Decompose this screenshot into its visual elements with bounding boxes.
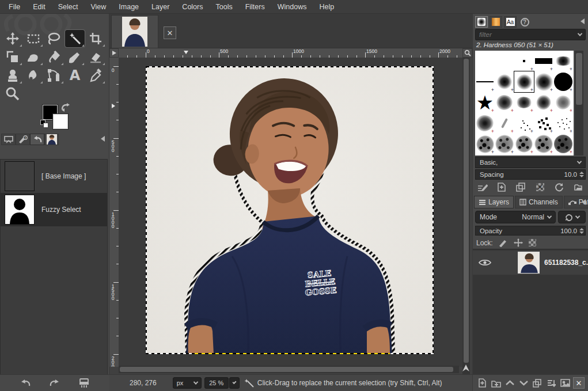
image-tab-close-button[interactable]: ✕	[164, 26, 176, 39]
tab-layers[interactable]: Layers	[474, 196, 514, 208]
brush-thumb[interactable]: +	[514, 134, 534, 154]
menu-file[interactable]: File	[2, 0, 26, 14]
tab-fonts[interactable]: Aa	[504, 16, 517, 28]
tab-tool-options[interactable]	[1, 134, 16, 145]
tool-clone[interactable]	[3, 67, 22, 84]
brush-thumb[interactable]: +	[553, 134, 573, 154]
new-brush-button[interactable]	[494, 182, 509, 192]
lower-layer-button[interactable]	[518, 377, 529, 389]
opacity-spinner[interactable]	[579, 228, 584, 234]
tool-paths[interactable]	[44, 67, 64, 84]
spacing-spinner[interactable]	[579, 172, 584, 177]
menu-edit[interactable]: Edit	[26, 0, 52, 14]
brush-thumb[interactable]: ★+	[475, 92, 495, 113]
brush-thumb[interactable]: +	[495, 92, 514, 113]
brush-thumb[interactable]: +	[495, 134, 514, 154]
navigation-preview-button[interactable]	[459, 363, 472, 374]
canvas-viewport[interactable]: SALE BELLE GOSSE	[119, 58, 462, 367]
brush-thumb[interactable]: +	[534, 71, 553, 92]
tool-crop[interactable]	[86, 30, 105, 47]
brush-thumb[interactable]: +	[514, 51, 534, 71]
menu-help[interactable]: Help	[313, 0, 340, 14]
zoom-follow-window-button[interactable]	[462, 48, 472, 58]
vertical-ruler[interactable]: 0 500 1000 1500 2000	[109, 58, 119, 367]
unit-select[interactable]: px	[173, 377, 202, 389]
brush-thumb[interactable]: +	[495, 113, 514, 134]
lock-alpha-button[interactable]	[529, 239, 536, 246]
brush-thumb-selected[interactable]: +	[514, 71, 534, 92]
tool-text[interactable]: A	[65, 67, 85, 84]
zoom-value-box[interactable]: 25 %	[204, 377, 229, 389]
zoom-select-button[interactable]	[229, 377, 240, 389]
undo-button[interactable]	[20, 378, 31, 388]
delete-layer-button[interactable]: ✕	[573, 377, 585, 389]
open-brush-as-image-button[interactable]	[571, 182, 586, 192]
brush-thumb[interactable]: +	[534, 51, 553, 71]
brush-filter-field[interactable]	[475, 29, 586, 40]
brush-thumb[interactable]: +	[475, 113, 495, 134]
add-layer-mask-button[interactable]	[559, 377, 571, 389]
opacity-slider[interactable]: Opacity 100.0	[475, 226, 586, 236]
menu-layer[interactable]: Layer	[145, 0, 176, 14]
redo-button[interactable]	[49, 378, 60, 388]
vertical-scrollbar[interactable]	[462, 58, 470, 378]
horizontal-scrollbar[interactable]	[119, 366, 459, 373]
tool-move[interactable]	[3, 30, 22, 47]
brush-thumb[interactable]: +	[534, 134, 553, 154]
tool-fuzzy-select-active[interactable]	[65, 30, 85, 47]
refresh-brushes-button[interactable]	[552, 182, 567, 192]
brush-thumb[interactable]: +	[553, 51, 573, 71]
brush-thumb[interactable]: +	[553, 113, 573, 134]
menu-view[interactable]: View	[84, 0, 112, 14]
menu-select[interactable]: Select	[52, 0, 85, 14]
menu-filters[interactable]: Filters	[239, 0, 271, 14]
tab-channels[interactable]: Channels	[515, 196, 563, 208]
tool-unified-transform[interactable]	[3, 48, 22, 66]
layer-mode-switch-button[interactable]	[558, 211, 586, 223]
brush-thumb[interactable]: +	[514, 92, 534, 113]
tool-warp-transform[interactable]	[24, 48, 43, 66]
menu-colors[interactable]: Colors	[176, 0, 209, 14]
image-canvas[interactable]: SALE BELLE GOSSE	[146, 66, 434, 354]
lock-position-button[interactable]	[514, 238, 523, 247]
duplicate-layer-button[interactable]	[532, 377, 543, 389]
tab-undo-history[interactable]	[30, 134, 44, 145]
dock-collapse-button[interactable]	[578, 17, 587, 25]
tool-zoom[interactable]	[3, 85, 22, 103]
tool-rectangle-select[interactable]	[24, 30, 43, 47]
spacing-slider[interactable]: Spacing 10.0	[475, 169, 586, 180]
image-tab[interactable]	[111, 15, 158, 48]
swap-colors-icon[interactable]	[60, 103, 71, 113]
brush-filter-input[interactable]	[476, 31, 562, 38]
brush-thumb[interactable]: +	[534, 113, 553, 134]
tool-free-select[interactable]	[44, 30, 64, 47]
layer-thumbnail[interactable]	[518, 252, 540, 274]
brush-thumb[interactable]: +	[553, 71, 573, 92]
layer-mode-select[interactable]: Mode Normal	[475, 211, 556, 223]
new-layer-button[interactable]	[476, 377, 488, 389]
undo-item-fuzzy-select[interactable]: Fuzzy Select	[1, 193, 107, 226]
layer-name[interactable]: 651182538_c.	[544, 259, 588, 267]
brush-thumb[interactable]: +	[475, 71, 495, 92]
edit-brush-button[interactable]	[475, 182, 490, 192]
clear-history-button[interactable]	[78, 378, 90, 388]
tool-eraser[interactable]	[86, 48, 105, 66]
default-colors-icon-bg[interactable]	[43, 123, 48, 128]
dock-collapse-button[interactable]	[98, 135, 107, 143]
brush-grid[interactable]: + + + + + + + + ★+ + + + + + + + + + + +…	[475, 51, 574, 155]
brush-thumb[interactable]: +	[495, 71, 514, 92]
horizontal-ruler[interactable]: 0 500 1000 1500 2000	[119, 48, 462, 58]
horizontal-scrollbar-thumb[interactable]	[120, 367, 453, 372]
tab-brushes[interactable]	[475, 16, 488, 28]
tab-gradients[interactable]	[490, 16, 502, 28]
delete-brush-button[interactable]: ✕	[533, 182, 548, 192]
merge-layer-button[interactable]	[545, 377, 557, 389]
brush-thumb[interactable]: +	[514, 113, 534, 134]
raise-layer-button[interactable]	[504, 377, 515, 389]
tool-color-picker[interactable]	[86, 67, 105, 84]
layer-visibility-eye-icon[interactable]	[479, 259, 491, 267]
brush-thumb[interactable]: +	[475, 134, 495, 154]
tab-image-thumbnail[interactable]	[44, 134, 59, 145]
brush-group-select[interactable]: Basic,	[475, 157, 586, 168]
layer-row[interactable]: 651182538_c.	[473, 250, 588, 275]
